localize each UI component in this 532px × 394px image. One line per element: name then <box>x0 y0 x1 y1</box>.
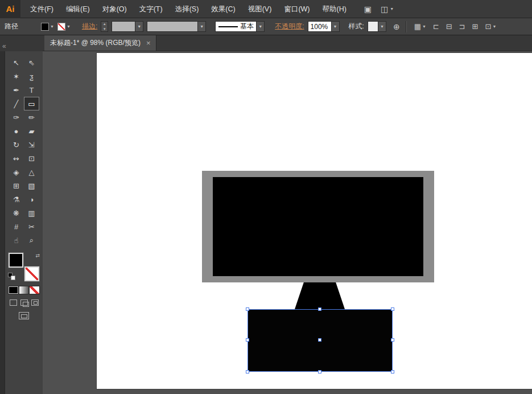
none-button[interactable] <box>29 286 40 294</box>
color-button[interactable] <box>8 286 19 294</box>
transform-panel-icon[interactable]: ⊡▼ <box>485 22 497 31</box>
lasso-tool[interactable]: ƺ <box>24 69 39 83</box>
bridge-icon[interactable]: ▣ <box>364 5 372 14</box>
chevron-down-icon: ▼ <box>422 24 426 28</box>
slice-tool[interactable]: ✂ <box>24 220 39 233</box>
stroke-preview-line <box>218 26 238 27</box>
artboard-tool[interactable]: # <box>9 220 24 233</box>
chevron-down-icon: ▼ <box>50 24 54 28</box>
free-transform-tool[interactable]: ⊡ <box>24 151 39 165</box>
eyedropper-tool[interactable]: ⚗ <box>9 192 24 206</box>
menu-type[interactable]: 文字(T) <box>133 0 169 18</box>
draw-inside-button[interactable] <box>31 299 39 306</box>
monitor-frame-shape[interactable] <box>202 171 434 282</box>
menu-select[interactable]: 选择(S) <box>169 0 205 18</box>
menu-view[interactable]: 视图(V) <box>242 0 278 18</box>
fill-stroke-widget: ⇄ <box>8 253 40 281</box>
brush-definition-select[interactable]: 基本 ▼ <box>215 21 265 32</box>
menu-help[interactable]: 帮助(H) <box>316 0 353 18</box>
menu-window[interactable]: 窗口(W) <box>278 0 316 18</box>
draw-normal-button[interactable] <box>10 299 17 306</box>
monitor-base-shape-selected[interactable] <box>248 309 393 372</box>
stroke-panel-link[interactable]: 描边: <box>82 22 97 31</box>
tools-panel-header: « <box>0 35 43 51</box>
collapse-panel-button[interactable]: « <box>2 42 6 50</box>
selection-handle-top-right[interactable] <box>391 307 394 311</box>
mesh-tool[interactable]: ⊞ <box>9 179 24 192</box>
distribute-icon[interactable]: ⊞ <box>472 22 479 31</box>
scale-tool[interactable]: ⇲ <box>24 138 39 151</box>
line-segment-tool[interactable]: ╱ <box>9 97 24 110</box>
pen-tool[interactable]: ✒ <box>9 83 24 97</box>
fill-swatch[interactable] <box>9 253 23 268</box>
menu-effect[interactable]: 效果(C) <box>205 0 241 18</box>
stroke-swatch[interactable] <box>24 266 39 281</box>
selection-handle-bottom-center[interactable] <box>318 370 321 374</box>
tool-grid: ↖⇖✶ƺ✒T╱▭✑✏●▰↻⇲↭⊡◈△⊞▧⚗◑❋▥#✂☝⌕ <box>9 56 39 247</box>
align-center-icon[interactable]: ⊟ <box>446 22 452 31</box>
paintbrush-tool[interactable]: ✑ <box>9 110 24 124</box>
default-fill-stroke-icon[interactable] <box>8 273 15 280</box>
globe-icon[interactable]: ⊕ <box>393 22 400 31</box>
stroke-color-button[interactable]: ▼ <box>57 23 71 31</box>
workspace-layout-icon: ◫ <box>381 5 388 14</box>
gradient-button[interactable] <box>19 286 30 294</box>
center-point-handle[interactable] <box>318 338 321 342</box>
menu-object[interactable]: 对象(O) <box>96 0 133 18</box>
align-left-icon[interactable]: ⊏ <box>433 22 439 31</box>
selection-handle-top-left[interactable] <box>246 307 249 311</box>
column-graph-tool[interactable]: ▥ <box>24 206 39 220</box>
tools-panel: « ↖⇖✶ƺ✒T╱▭✑✏●▰↻⇲↭⊡◈△⊞▧⚗◑❋▥#✂☝⌕ ⇄ <box>0 35 43 394</box>
rectangle-tool[interactable]: ▭ <box>24 97 39 110</box>
stroke-weight-stepper[interactable]: ▲ ▼ <box>101 21 108 32</box>
width-profile-select[interactable]: ▼ <box>147 21 206 32</box>
menu-file[interactable]: 文件(F) <box>24 0 60 18</box>
gradient-tool[interactable]: ▧ <box>24 179 39 192</box>
direct-selection-tool[interactable]: ⇖ <box>24 56 39 69</box>
canvas[interactable] <box>43 51 532 394</box>
control-bar: 路径 ▼ ▼ 描边: ▲ ▼ ▼ ▼ 基本 ▼ 不透明度: 100% <box>0 18 532 35</box>
screen-mode-button[interactable] <box>19 312 29 319</box>
swap-fill-stroke-icon[interactable]: ⇄ <box>35 253 40 258</box>
eraser-tool[interactable]: ▰ <box>24 124 39 138</box>
chevron-down-icon: ▼ <box>492 24 496 28</box>
workspace-switcher-button[interactable]: ◫ ▼ <box>381 5 394 14</box>
magic-wand-tool[interactable]: ✶ <box>9 69 24 83</box>
menubar: Ai 文件(F)编辑(E)对象(O)文字(T)选择(S)效果(C)视图(V)窗口… <box>0 0 532 18</box>
blend-tool[interactable]: ◑ <box>24 192 39 206</box>
selection-handle-top-center[interactable] <box>318 307 321 311</box>
zoom-tool[interactable]: ⌕ <box>24 233 39 247</box>
opacity-panel-link[interactable]: 不透明度: <box>275 22 304 31</box>
app-logo-icon: Ai <box>0 0 20 18</box>
blob-brush-tool[interactable]: ● <box>9 124 24 138</box>
selection-handle-middle-right[interactable] <box>391 338 394 342</box>
tab-bar: 未标题-1* @ 98% (RGB/预览) × <box>43 35 532 51</box>
selection-handle-bottom-left[interactable] <box>246 370 249 374</box>
monitor-screen-shape[interactable] <box>213 177 423 276</box>
chevron-down-icon: ▼ <box>378 22 386 31</box>
draw-behind-button[interactable] <box>20 299 28 306</box>
rotate-tool[interactable]: ↻ <box>9 138 24 151</box>
close-tab-icon[interactable]: × <box>146 39 151 47</box>
selection-handle-bottom-right[interactable] <box>391 370 394 374</box>
selection-handle-middle-left[interactable] <box>246 338 249 342</box>
selection-tool[interactable]: ↖ <box>9 56 24 69</box>
pencil-tool[interactable]: ✏ <box>24 110 39 124</box>
arrange-documents-icon[interactable]: ▦▼ <box>414 22 426 31</box>
width-tool[interactable]: ↭ <box>9 151 24 165</box>
align-right-icon[interactable]: ⊐ <box>459 22 465 31</box>
symbol-sprayer-tool[interactable]: ❋ <box>9 206 24 220</box>
style-select[interactable]: ▼ <box>368 21 386 32</box>
type-tool[interactable]: T <box>24 83 39 97</box>
fill-color-button[interactable]: ▼ <box>41 23 54 31</box>
menu-edit[interactable]: 编辑(E) <box>60 0 96 18</box>
separator <box>406 21 406 32</box>
document-tab[interactable]: 未标题-1* @ 98% (RGB/预览) × <box>44 35 156 51</box>
perspective-grid-tool[interactable]: △ <box>24 165 39 179</box>
opacity-value: 100% <box>308 22 331 31</box>
drawing-modes-row <box>10 299 39 306</box>
hand-tool[interactable]: ☝ <box>9 233 24 247</box>
opacity-select[interactable]: 100% ▼ <box>308 21 340 32</box>
shape-builder-tool[interactable]: ◈ <box>9 165 24 179</box>
stroke-weight-select[interactable]: ▼ <box>112 21 143 32</box>
